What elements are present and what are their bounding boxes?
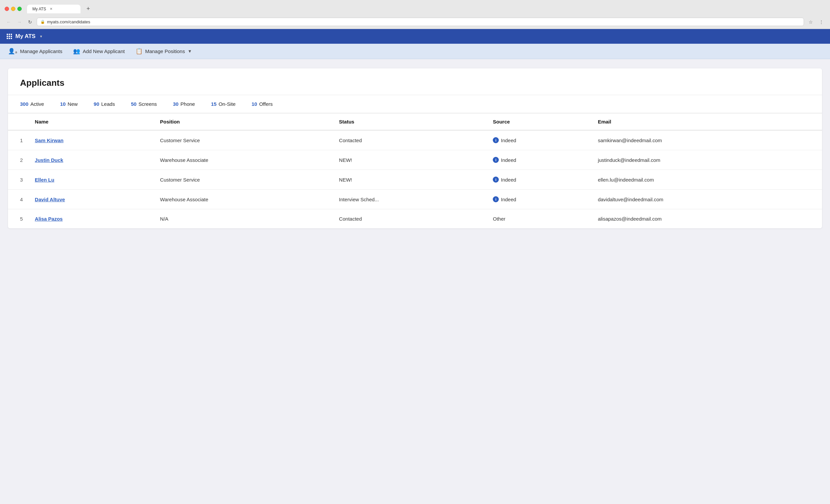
row-number: 5 [8, 209, 29, 229]
source-name: Indeed [501, 177, 516, 182]
browser-menu-icon[interactable]: ⋮ [817, 18, 825, 26]
app-title: My ATS [15, 33, 35, 40]
table-row: 3Ellen LuCustomer ServiceNEW!iIndeedelle… [8, 170, 822, 190]
stat-phone-num: 30 [173, 101, 179, 107]
stat-new[interactable]: 10 New [60, 101, 78, 107]
applicant-link[interactable]: Ellen Lu [35, 177, 54, 182]
indeed-icon: i [493, 196, 499, 202]
stat-active-label: Active [30, 101, 44, 107]
table-row: 1Sam KirwanCustomer ServiceContactediInd… [8, 130, 822, 150]
grid-icon[interactable] [7, 34, 12, 39]
tab-title: My ATS [32, 7, 46, 11]
stat-leads-label: Leads [101, 101, 115, 107]
row-position: N/A [154, 209, 333, 229]
close-button[interactable] [5, 7, 9, 11]
row-email: alisapazos@indeedmail.com [592, 209, 822, 229]
row-name[interactable]: Alisa Pazos [29, 209, 154, 229]
address-bar: ← → ↻ 🔒 myats.com/candidates ☆ ⋮ [0, 16, 830, 29]
applicant-link[interactable]: Justin Duck [35, 157, 63, 163]
traffic-lights [5, 7, 22, 11]
back-button[interactable]: ← [5, 18, 13, 26]
stat-leads[interactable]: 90 Leads [94, 101, 115, 107]
stat-active[interactable]: 300 Active [20, 101, 44, 107]
nav-item-manage-applicants[interactable]: 👤ₐ Manage Applicants [8, 48, 62, 55]
col-status: Status [333, 113, 487, 130]
row-status: NEW! [333, 170, 487, 190]
maximize-button[interactable] [18, 7, 22, 11]
row-name[interactable]: Ellen Lu [29, 170, 154, 190]
browser-titlebar: My ATS ✕ + [0, 0, 830, 16]
main-content: Applicants 300 Active 10 New 90 Leads 50… [0, 59, 830, 238]
stat-screens[interactable]: 50 Screens [131, 101, 157, 107]
row-name[interactable]: Justin Duck [29, 150, 154, 170]
stat-phone-label: Phone [181, 101, 195, 107]
stat-offers[interactable]: 10 Offers [251, 101, 273, 107]
row-number: 2 [8, 150, 29, 170]
new-tab-button[interactable]: + [83, 3, 94, 14]
row-source: iIndeed [487, 190, 592, 209]
manage-applicants-icon: 👤ₐ [8, 48, 18, 55]
row-email: justinduck@indeedmail.com [592, 150, 822, 170]
row-name[interactable]: Sam Kirwan [29, 130, 154, 150]
applicant-link[interactable]: Alisa Pazos [35, 216, 62, 222]
col-name: Name [29, 113, 154, 130]
row-email: davidaltuve@indeedmail.com [592, 190, 822, 209]
table-row: 5Alisa PazosN/AContactedOtheralisapazos@… [8, 209, 822, 229]
nav-item-add-new-applicant[interactable]: 👥 Add New Applicant [73, 48, 125, 55]
applicant-link[interactable]: David Altuve [35, 197, 65, 202]
col-position: Position [154, 113, 333, 130]
row-number: 4 [8, 190, 29, 209]
manage-positions-icon: 📋 [135, 48, 142, 55]
browser-chrome: My ATS ✕ + ← → ↻ 🔒 myats.com/candidates … [0, 0, 830, 29]
manage-applicants-label: Manage Applicants [20, 48, 62, 54]
stat-leads-num: 90 [94, 101, 99, 107]
applicants-table: Name Position Status Source Email 1Sam K… [8, 113, 822, 228]
row-source: iIndeed [487, 170, 592, 190]
stat-screens-label: Screens [138, 101, 157, 107]
stat-offers-num: 10 [251, 101, 257, 107]
card-header: Applicants [8, 68, 822, 95]
row-position: Customer Service [154, 130, 333, 150]
nav-item-manage-positions[interactable]: 📋 Manage Positions ▼ [135, 48, 192, 55]
reload-button[interactable]: ↻ [26, 18, 34, 26]
applicant-link[interactable]: Sam Kirwan [35, 137, 63, 143]
bookmark-icon[interactable]: ☆ [807, 18, 815, 26]
sub-nav: 👤ₐ Manage Applicants 👥 Add New Applicant… [0, 44, 830, 59]
app-header: My ATS ▾ [0, 29, 830, 44]
stat-onsite-label: On-Site [219, 101, 236, 107]
stat-new-num: 10 [60, 101, 66, 107]
app-title-caret[interactable]: ▾ [40, 34, 42, 39]
row-position: Warehouse Associate [154, 190, 333, 209]
row-name[interactable]: David Altuve [29, 190, 154, 209]
positions-caret-icon: ▼ [188, 49, 192, 54]
stats-row: 300 Active 10 New 90 Leads 50 Screens 30… [8, 95, 822, 113]
row-status: NEW! [333, 150, 487, 170]
indeed-icon: i [493, 157, 499, 163]
tab-close-icon[interactable]: ✕ [49, 7, 54, 11]
url-text: myats.com/candidates [47, 20, 90, 24]
stat-phone[interactable]: 30 Phone [173, 101, 195, 107]
source-name: Indeed [501, 137, 516, 143]
forward-button[interactable]: → [15, 18, 23, 26]
browser-tab[interactable]: My ATS ✕ [27, 5, 81, 13]
row-number: 1 [8, 130, 29, 150]
minimize-button[interactable] [11, 7, 15, 11]
table-row: 4David AltuveWarehouse AssociateIntervie… [8, 190, 822, 209]
row-position: Warehouse Associate [154, 150, 333, 170]
col-number [8, 113, 29, 130]
source-name: Other [493, 216, 506, 222]
row-status: Contacted [333, 209, 487, 229]
row-number: 3 [8, 170, 29, 190]
row-status: Contacted [333, 130, 487, 150]
stat-screens-num: 50 [131, 101, 136, 107]
row-position: Customer Service [154, 170, 333, 190]
row-email: samkirwan@indeedmail.com [592, 130, 822, 150]
stat-onsite[interactable]: 15 On-Site [211, 101, 236, 107]
add-new-applicant-label: Add New Applicant [83, 48, 125, 54]
table-header-row: Name Position Status Source Email [8, 113, 822, 130]
source-name: Indeed [501, 197, 516, 202]
stat-onsite-num: 15 [211, 101, 217, 107]
url-bar[interactable]: 🔒 myats.com/candidates [37, 18, 804, 26]
add-applicant-icon: 👥 [73, 48, 80, 55]
table-row: 2Justin DuckWarehouse AssociateNEW!iInde… [8, 150, 822, 170]
